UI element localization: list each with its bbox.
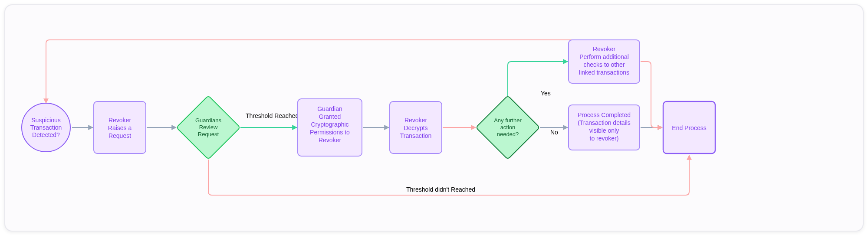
node-granted-text-4: Permissions to (310, 129, 350, 136)
node-decrypt-text-1: Revoker (404, 117, 427, 124)
node-start-text-3: Detected? (32, 131, 60, 138)
node-start-text-1: Suspicious (31, 117, 61, 124)
node-addchecks-text-1: Revoker (593, 46, 615, 52)
edge-loop-to-start (46, 40, 597, 103)
node-additional-checks: Revoker Perform additional checks to oth… (569, 40, 640, 83)
edge-label-no: No (550, 129, 558, 136)
node-end: End Process (663, 101, 715, 153)
node-raise-text-3: Request (108, 132, 131, 139)
node-start-text-2: Transaction (30, 124, 62, 131)
edge-label-threshold-not: Threshold didn't Reached (406, 186, 475, 193)
node-completed-text-2: (Transaction details (578, 119, 631, 126)
edge-further-yes-to-addchecks (508, 62, 568, 96)
node-raise-text-1: Revoker (108, 117, 131, 124)
node-review-text-2: Review (199, 124, 218, 131)
node-completed: Process Completed (Transaction details v… (569, 105, 640, 150)
edge-label-yes: Yes (541, 90, 551, 97)
node-decrypt-text-2: Decrypts (404, 124, 427, 131)
node-completed-text-1: Process Completed (578, 111, 631, 118)
node-review-text-1: Guardians (195, 117, 221, 124)
flow-diagram: Threshold Reached No Yes Threshold didn'… (16, 18, 858, 218)
node-decrypt-text-3: Transaction (400, 132, 432, 139)
node-further-diamond: Any further action needed? (476, 95, 539, 159)
node-further-text-3: needed? (497, 131, 519, 137)
node-further-text-1: Any further (494, 117, 522, 124)
node-granted-text-5: Revoker (319, 137, 341, 144)
node-granted-text-3: Cryptographic (311, 121, 349, 128)
diagram-frame: Threshold Reached No Yes Threshold didn'… (4, 4, 864, 232)
node-review-text-3: Request (198, 131, 219, 137)
node-granted: Guardian Granted Cryptographic Permissio… (298, 99, 362, 156)
node-start: Suspicious Transaction Detected? (22, 103, 70, 152)
edge-label-threshold-reached: Threshold Reached (246, 112, 299, 119)
node-addchecks-text-4: linked transactions (579, 69, 629, 76)
node-granted-text-2: Granted (319, 113, 341, 120)
node-granted-text-1: Guardian (317, 105, 342, 112)
edge-addchecks-to-end (641, 62, 662, 127)
node-raise-text-2: Raises a (108, 124, 132, 131)
node-review-diamond: Guardians Review Request (176, 95, 240, 159)
node-decrypt: Revoker Decrypts Transaction (390, 101, 442, 153)
node-completed-text-3: visible only (589, 127, 619, 134)
node-completed-text-4: to revoker) (590, 135, 619, 142)
node-further-text-2: action (500, 124, 516, 131)
node-end-text-1: End Process (672, 124, 706, 131)
node-addchecks-text-3: checks to other (584, 61, 625, 68)
node-addchecks-text-2: Perform additional (579, 53, 629, 60)
node-raise-request: Revoker Raises a Request (94, 101, 146, 153)
